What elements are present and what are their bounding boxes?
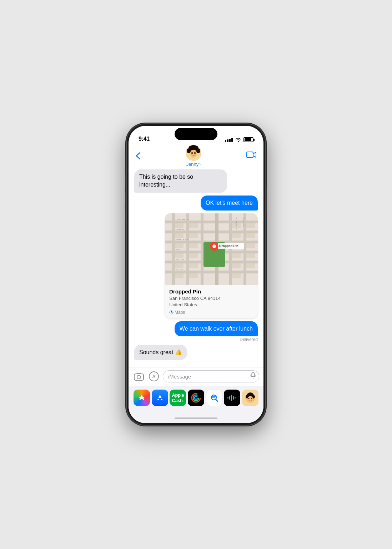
svg-text:Dropped Pin: Dropped Pin	[219, 244, 238, 248]
message-row: Sounds great 👍	[134, 345, 258, 360]
svg-rect-31	[189, 253, 198, 258]
message-row: We can walk over after lunch Delivered	[134, 321, 258, 342]
svg-text:DOLORES: DOLORES	[242, 217, 245, 227]
svg-point-86	[247, 396, 253, 402]
map-message-row: DORLAND ST 18TH ST HANCOCK ST NOE 21ST S…	[134, 213, 258, 318]
signal-icon	[225, 138, 233, 142]
cash-label: AppleCash	[172, 392, 184, 403]
svg-text:HILL ST: HILL ST	[176, 268, 184, 271]
delivered-status: Delivered	[240, 337, 258, 342]
message-text: We can walk over after lunch	[180, 326, 253, 332]
svg-rect-45	[246, 263, 255, 268]
svg-point-7	[191, 152, 193, 154]
svg-rect-28	[175, 243, 184, 248]
svg-rect-41	[246, 243, 255, 248]
avatar	[186, 145, 201, 161]
message-bubble-received[interactable]: Sounds great 👍	[134, 345, 187, 360]
svg-rect-9	[247, 152, 253, 158]
phone-device: 9:41	[126, 124, 266, 425]
svg-text:21ST ST: 21ST ST	[176, 258, 184, 261]
message-row: OK let's meet here	[134, 196, 258, 211]
svg-text:HANCOCK ST: HANCOCK ST	[176, 238, 190, 241]
tray-app-appstore[interactable]	[152, 390, 168, 406]
svg-text:NOE: NOE	[176, 248, 180, 251]
svg-rect-27	[189, 233, 198, 238]
tray-app-soundanalyzer[interactable]	[224, 390, 240, 406]
svg-point-88	[251, 398, 252, 399]
svg-rect-26	[175, 233, 184, 238]
input-bar: A iMessage	[129, 367, 263, 386]
map-pin-title: Dropped Pin	[169, 288, 253, 295]
battery-icon	[243, 137, 253, 142]
svg-rect-79	[231, 395, 232, 401]
svg-rect-25	[189, 223, 198, 228]
contact-header[interactable]: Jenny ›	[186, 145, 201, 167]
svg-rect-38	[232, 233, 241, 238]
status-icons	[225, 137, 253, 142]
tray-app-activity[interactable]	[188, 390, 204, 406]
svg-rect-18	[186, 213, 189, 285]
contact-name: Jenny ›	[186, 162, 201, 167]
svg-rect-78	[229, 396, 230, 400]
svg-rect-46	[232, 273, 241, 278]
message-bubble-received[interactable]: This is going to be so interesting...	[134, 169, 227, 193]
tray-app-memoji[interactable]	[242, 390, 258, 406]
message-input[interactable]: iMessage	[163, 370, 259, 382]
dynamic-island	[175, 128, 217, 140]
apps-button[interactable]: A	[148, 370, 160, 382]
map-visual: DORLAND ST 18TH ST HANCOCK ST NOE 21ST S…	[165, 213, 258, 285]
message-row: This is going to be so interesting...	[134, 169, 258, 193]
svg-point-72	[195, 396, 197, 399]
tray-app-search[interactable]	[206, 390, 222, 406]
svg-rect-19	[201, 213, 203, 285]
tray-app-photos[interactable]	[134, 390, 150, 406]
input-placeholder: iMessage	[168, 374, 191, 380]
map-source: Maps	[169, 310, 253, 315]
status-time: 9:41	[139, 136, 150, 142]
video-call-button[interactable]	[246, 151, 256, 161]
home-indicator	[129, 413, 263, 423]
svg-rect-32	[175, 263, 184, 268]
wifi-icon	[235, 137, 241, 142]
app-tray: AppleCash	[129, 386, 263, 413]
svg-rect-33	[189, 263, 198, 268]
svg-rect-43	[246, 253, 255, 258]
svg-rect-44	[232, 263, 241, 268]
messages-area: This is going to be so interesting... OK…	[129, 167, 263, 367]
svg-rect-77	[227, 397, 228, 399]
svg-rect-67	[252, 372, 255, 377]
phone-screen: 9:41	[129, 126, 263, 423]
camera-button[interactable]	[133, 370, 145, 382]
message-bubble-sent[interactable]: OK let's meet here	[201, 196, 258, 211]
map-attachment[interactable]: DORLAND ST 18TH ST HANCOCK ST NOE 21ST S…	[165, 213, 258, 318]
message-text: This is going to be so interesting...	[139, 174, 193, 188]
svg-rect-30	[175, 253, 184, 258]
svg-text:DORLAND ST: DORLAND ST	[176, 218, 190, 221]
svg-line-74	[216, 399, 218, 401]
back-button[interactable]	[136, 152, 141, 160]
svg-text:18TH ST: 18TH ST	[176, 228, 184, 231]
tray-app-cash[interactable]: AppleCash	[170, 390, 186, 406]
message-bubble-sent[interactable]: We can walk over after lunch	[175, 321, 258, 336]
svg-rect-80	[233, 396, 234, 400]
message-text: Sounds great 👍	[139, 349, 182, 355]
mic-button[interactable]	[250, 372, 256, 381]
svg-text:A: A	[152, 374, 156, 379]
warning-notice: ⚠ An unrecognized device may have been a…	[134, 363, 258, 367]
svg-rect-24	[175, 223, 184, 228]
map-info: Dropped Pin San Francisco CA 94114 Unite…	[165, 285, 258, 318]
svg-rect-17	[172, 213, 175, 285]
svg-rect-42	[232, 253, 241, 258]
svg-rect-37	[246, 223, 255, 228]
svg-point-56	[212, 244, 216, 248]
svg-point-63	[137, 375, 141, 379]
svg-rect-39	[246, 233, 255, 238]
svg-rect-34	[175, 273, 184, 278]
message-text: OK let's meet here	[206, 200, 253, 206]
svg-rect-64	[137, 373, 141, 374]
home-bar	[175, 417, 217, 419]
svg-text:FERRERO ST: FERRERO ST	[235, 217, 237, 231]
svg-rect-62	[134, 374, 144, 380]
svg-point-6	[190, 150, 197, 158]
svg-point-8	[194, 152, 196, 154]
